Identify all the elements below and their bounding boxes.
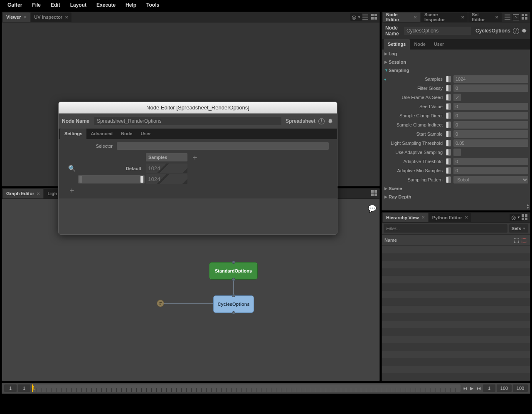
list-item[interactable] (382, 246, 530, 253)
info-icon[interactable]: i (318, 118, 325, 124)
param-enable-toggle[interactable] (446, 85, 451, 92)
param-enable-toggle[interactable] (446, 149, 451, 156)
timeline-track[interactable]: 1 (32, 384, 461, 392)
tab-node-editor[interactable]: Node Editor ✕ (383, 12, 420, 22)
tab-set-editor[interactable]: Set Editor ✕ (468, 12, 502, 22)
list-item[interactable] (382, 283, 530, 291)
menu-tools[interactable]: Tools (141, 2, 164, 8)
list-item[interactable] (382, 291, 530, 298)
param-enable-toggle[interactable] (446, 76, 451, 82)
param-enable-toggle[interactable] (446, 94, 451, 101)
param-input[interactable] (453, 130, 528, 138)
tab-graph-editor[interactable]: Graph Editor ✕ (3, 189, 43, 198)
list-item[interactable] (382, 328, 530, 336)
list-item[interactable] (382, 321, 530, 328)
close-icon[interactable]: ✕ (495, 15, 498, 20)
menu-file[interactable]: File (27, 2, 46, 8)
param-enable-toggle[interactable] (446, 121, 451, 128)
menu-help[interactable]: Help (121, 2, 141, 8)
grid-icon[interactable] (370, 13, 379, 21)
info-icon[interactable]: i (513, 27, 519, 34)
annotation-icon[interactable]: 💬 (367, 204, 377, 213)
param-enable-toggle[interactable] (446, 176, 451, 183)
list-item[interactable] (382, 358, 530, 366)
popup-title[interactable]: Node Editor [Spreadsheet_RenderOptions] (59, 102, 337, 114)
close-icon[interactable]: ✕ (414, 15, 417, 20)
list-item[interactable] (382, 276, 530, 283)
param-enable-toggle[interactable] (446, 167, 451, 174)
param-select[interactable]: Sobol (453, 176, 528, 183)
node-standard-options[interactable]: StandardOptions (209, 262, 258, 280)
popup-name-input[interactable] (94, 117, 281, 125)
add-row-button[interactable]: ＋ (67, 185, 77, 195)
next-key-button[interactable]: ⏭ (476, 384, 482, 392)
row-name-cell[interactable] (78, 175, 145, 183)
gear-icon[interactable]: ✹ (522, 27, 527, 34)
sets-button[interactable]: Sets▼ (509, 224, 528, 233)
subtab-node[interactable]: Node (410, 39, 430, 50)
popup-subtab-advanced[interactable]: Advanced (86, 129, 117, 139)
list-item[interactable] (382, 313, 530, 321)
cube-icon-off[interactable]: ⬚ (520, 237, 527, 243)
node-port-in[interactable] (232, 260, 235, 264)
col-header-samples[interactable]: Samples (146, 153, 187, 161)
search-icon[interactable]: 🔍 (67, 165, 77, 172)
section-session[interactable]: ▶Session (382, 58, 530, 66)
selector-input[interactable] (117, 142, 329, 150)
pin-menu[interactable]: ◎▼ (512, 214, 520, 221)
menu-edit[interactable]: Edit (46, 2, 65, 8)
menu-execute[interactable]: Execute (91, 2, 121, 8)
param-enable-toggle[interactable] (446, 112, 451, 119)
subtab-settings[interactable]: Settings (384, 39, 410, 50)
frame-end[interactable]: 100 (513, 384, 528, 392)
grid-icon[interactable] (370, 190, 379, 197)
section-ray-depth[interactable]: ▶Ray Depth (382, 193, 530, 201)
list-item[interactable] (382, 351, 530, 358)
pin-menu[interactable]: ◎▼ (352, 13, 360, 21)
close-icon[interactable]: ✕ (37, 191, 40, 196)
popup-node-editor[interactable]: Node Editor [Spreadsheet_RenderOptions] … (58, 102, 337, 235)
param-enable-toggle[interactable] (446, 140, 451, 146)
param-checkbox[interactable] (453, 149, 461, 156)
list-item[interactable] (382, 268, 530, 276)
param-input[interactable] (453, 121, 528, 129)
param-input[interactable] (453, 84, 528, 92)
param-enable-toggle[interactable] (446, 103, 451, 110)
tab-scene-inspector[interactable]: Scene Inspector ✕ (421, 12, 468, 22)
list-item[interactable] (382, 343, 530, 351)
frame-range-start[interactable]: 1 (18, 384, 30, 392)
frame-current[interactable]: 1 (483, 384, 495, 392)
menu-layout[interactable]: Layout (65, 2, 91, 8)
frame-range-end[interactable]: 100 (497, 384, 512, 392)
add-column-button[interactable]: ＋ (189, 152, 201, 162)
param-input[interactable] (453, 103, 528, 110)
param-input[interactable] (453, 75, 528, 83)
tab-viewer[interactable]: Viewer ✕ (3, 12, 30, 22)
param-input[interactable] (453, 167, 528, 174)
node-editor-scroll[interactable]: ▶Log ▶Session ▼Sampling ●SamplesFilter G… (382, 50, 530, 210)
list-icon[interactable] (503, 13, 511, 21)
param-checkbox[interactable]: ✓ (453, 94, 461, 101)
popup-subtab-user[interactable]: User (136, 129, 155, 139)
close-icon[interactable]: ✕ (65, 15, 68, 20)
param-input[interactable] (453, 139, 528, 147)
subtab-user[interactable]: User (430, 39, 448, 50)
list-item[interactable] (382, 306, 530, 313)
list-item[interactable] (382, 336, 530, 343)
play-button[interactable]: ▶ (469, 384, 475, 392)
list-item[interactable] (382, 253, 530, 261)
section-scene[interactable]: ▶Scene (382, 184, 530, 193)
node-cycles-options[interactable]: CyclesOptions (213, 295, 254, 313)
node-spreadsheet-plug[interactable]: # (157, 300, 164, 307)
list-item[interactable] (382, 261, 530, 268)
frame-start[interactable]: 1 (4, 384, 17, 392)
tab-uv-inspector[interactable]: UV Inspector ✕ (31, 12, 71, 22)
param-input[interactable] (453, 112, 528, 119)
param-enable-toggle[interactable] (446, 158, 451, 165)
list-item[interactable] (382, 373, 530, 381)
node-port-out[interactable] (232, 311, 235, 315)
tab-python-editor[interactable]: Python Editor ✕ (429, 213, 471, 222)
popup-subtab-node[interactable]: Node (117, 129, 137, 139)
grid-icon[interactable] (521, 13, 529, 21)
cell-row-samples[interactable] (146, 174, 187, 184)
